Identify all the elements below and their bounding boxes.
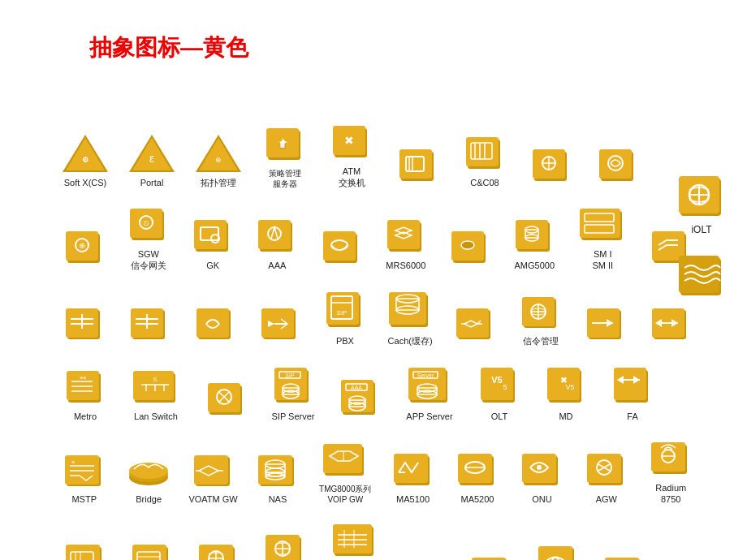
svg-rect-48	[258, 220, 291, 249]
icon-fa: FA	[600, 362, 665, 422]
icon-iolt: iOLT	[676, 170, 727, 235]
icon-signal-mgmt: 信令管理	[508, 295, 572, 347]
icon-atm-switch: ✖ ATM交换机	[319, 122, 384, 189]
icon-r6-9	[592, 555, 657, 560]
svg-rect-33	[599, 149, 632, 179]
icon-olt: V5 5 OLT	[467, 362, 532, 422]
icon-radium8750: Radium8750	[640, 438, 702, 506]
icon-r4-5: AAA	[327, 374, 392, 423]
icon-voatm-gw: VOATM GW	[182, 453, 244, 505]
svg-rect-184	[394, 454, 428, 483]
icon-iad: IAD	[525, 544, 590, 560]
icon-nas: NAS	[246, 453, 309, 505]
svg-text:5: 5	[503, 383, 507, 391]
svg-text:✦: ✦	[278, 136, 288, 149]
icon-sipp: SIPP	[53, 541, 118, 560]
icon-sm: SM ISM II	[568, 205, 638, 272]
icon-agw: AGW	[575, 450, 637, 505]
svg-point-168	[129, 463, 168, 479]
icon-r3-6	[443, 306, 507, 347]
icon-mrs6000: MRS6000	[374, 216, 437, 271]
icon-amg5000: AMG5000	[503, 216, 566, 271]
icon-voip-router: VOIP功能路由器	[253, 531, 317, 560]
icon-unknown2	[519, 145, 584, 189]
icon-metro: ≡≡ Metro	[53, 367, 118, 422]
svg-rect-161	[65, 455, 99, 485]
svg-text:V5: V5	[565, 383, 574, 391]
icon-cmts: CMTS	[119, 541, 184, 560]
icon-r3-3	[183, 306, 246, 347]
svg-marker-1	[66, 138, 105, 170]
icon-r4-3	[194, 379, 259, 423]
icon-app-server: Server APP Server	[394, 362, 465, 422]
svg-text:⊕: ⊕	[79, 241, 85, 250]
svg-text:⚙: ⚙	[82, 156, 89, 164]
icon-r6-6	[392, 555, 457, 560]
icon-softxcs: ⚙ Soft X(CS)	[53, 133, 118, 188]
svg-marker-7	[199, 138, 238, 170]
svg-rect-51	[323, 231, 356, 261]
icon-r3-4	[248, 306, 312, 347]
svg-rect-220	[333, 524, 372, 554]
icon-r3-8	[574, 306, 637, 347]
svg-text:≡: ≡	[71, 459, 75, 465]
icon-tmg8000: TMG8000系列VOIP GW	[311, 440, 380, 505]
svg-rect-170	[194, 455, 228, 485]
icon-r3-1	[53, 306, 116, 347]
icon-sip-server: SIP SIP Server	[261, 362, 326, 422]
icon-unknown1	[386, 145, 451, 189]
svg-rect-158	[614, 368, 646, 400]
svg-rect-186	[458, 454, 492, 483]
svg-point-57	[461, 241, 474, 249]
icon-topology: ⊕ 拓扑管理	[186, 133, 251, 188]
svg-rect-44	[194, 220, 227, 249]
svg-rect-90	[389, 292, 426, 325]
icon-r3-2	[118, 306, 181, 347]
icon-mstp: ≡ MSTP	[53, 453, 115, 505]
icon-right-2	[676, 250, 727, 304]
svg-text:⊕: ⊕	[215, 156, 222, 164]
icon-gk: GK	[181, 216, 244, 271]
icon-unknown5	[310, 227, 373, 271]
icon-candc08: C&C08	[452, 133, 517, 188]
icon-unknown4: ⊕	[53, 227, 115, 271]
svg-rect-193	[587, 454, 621, 483]
svg-rect-181	[323, 444, 362, 473]
icon-unknown6	[438, 227, 501, 271]
svg-text:Server: Server	[417, 373, 434, 378]
icon-cache: Cach(缓存)	[378, 286, 442, 347]
svg-rect-80	[196, 308, 229, 338]
svg-rect-54	[387, 220, 420, 249]
icon-policy-server: 📋 ✦ 策略管理服务器	[253, 124, 317, 189]
icon-sgw: ⊙ SGW信令网关	[117, 205, 179, 272]
icon-msr: MSR多业务交换机(ATM/IP/MPLS)	[319, 520, 391, 560]
icon-portal: ε Portal	[119, 133, 184, 188]
svg-text:SIP: SIP	[336, 309, 347, 317]
svg-text:AAA: AAA	[351, 385, 362, 390]
icon-pbx: SIP PBX	[313, 286, 377, 347]
svg-point-191	[537, 465, 542, 470]
svg-text:≡≡: ≡≡	[80, 375, 86, 381]
icon-lan-switch: S Lan Switch	[119, 367, 192, 422]
icon-onu: ONU	[511, 450, 573, 505]
svg-rect-95	[456, 308, 489, 338]
svg-text:✖: ✖	[344, 134, 354, 147]
svg-text:V5: V5	[491, 375, 502, 385]
icon-r6-7	[459, 555, 524, 560]
svg-text:⊙: ⊙	[143, 219, 149, 227]
svg-text:ε: ε	[149, 152, 154, 165]
svg-text:SIP: SIP	[285, 373, 295, 378]
svg-rect-17	[399, 149, 432, 179]
page-title: 抽象图标—黄色	[89, 32, 248, 63]
svg-text:S: S	[153, 376, 157, 383]
icon-md: ✖ V5 MD	[533, 362, 598, 422]
icon-ma5100: MA5100	[382, 450, 444, 505]
icon-router: 路由器	[186, 541, 251, 560]
icon-ma5200: MA5200	[446, 450, 508, 505]
icon-unknown3	[585, 145, 650, 189]
icon-bridge: Bridge	[117, 453, 179, 505]
icon-aaa: AAA	[246, 216, 309, 271]
icon-r3-9	[639, 306, 702, 347]
